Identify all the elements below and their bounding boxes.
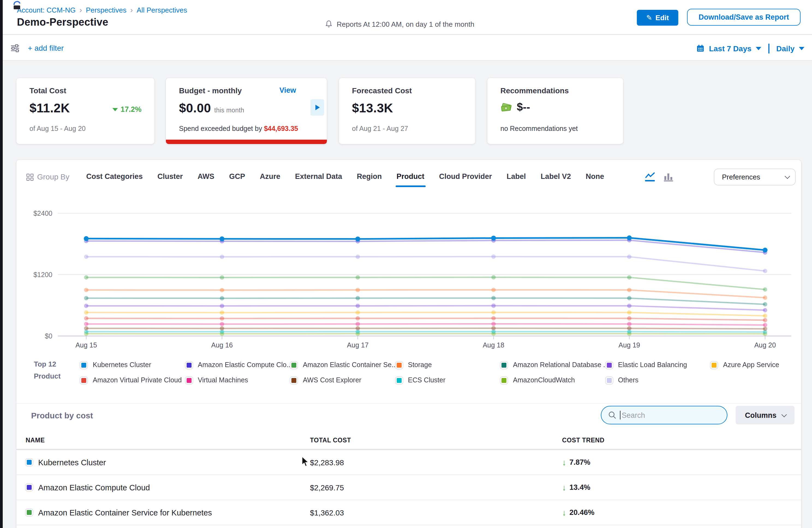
perspective-main-card: Group By Cost CategoriesClusterAWSGCPAzu… xyxy=(16,160,801,528)
granularity-picker[interactable]: Daily xyxy=(776,44,795,53)
row-cost-trend: ↓13.4% xyxy=(562,483,801,492)
x-axis-tick-label: Aug 20 xyxy=(754,341,776,349)
legend-item-kubernetes-cluster[interactable]: Kubernetes Cluster xyxy=(80,361,185,369)
row-cost-trend: ↓7.87% xyxy=(562,458,801,467)
chart-point xyxy=(356,316,360,321)
legend-swatch xyxy=(80,361,87,368)
legend-item-amazon-relational-database[interactable]: Amazon Relational Database ... xyxy=(501,361,606,369)
tab-cost-categories[interactable]: Cost Categories xyxy=(86,172,143,180)
tab-product[interactable]: Product xyxy=(396,172,424,180)
legend-item-amazoncloudwatch[interactable]: AmazonCloudWatch xyxy=(501,376,606,384)
legend-item-amazon-elastic-compute-clo[interactable]: Amazon Elastic Compute Clo... xyxy=(185,361,290,369)
chart-point xyxy=(84,304,88,308)
column-header-total-cost[interactable]: TOTAL COST xyxy=(310,437,562,443)
chart-type-toggle xyxy=(644,172,674,182)
row-cost-trend: ↓20.46% xyxy=(562,508,801,517)
product-cost-table: NAME TOTAL COST COST TREND Kubernetes Cl… xyxy=(16,431,801,525)
legend-item-amazon-elastic-container-se[interactable]: Amazon Elastic Container Se... xyxy=(290,361,395,369)
legend-item-others[interactable]: Others xyxy=(606,376,710,384)
chart-point xyxy=(356,296,360,300)
date-range-picker[interactable]: Last 7 Days xyxy=(709,44,751,53)
preferences-dropdown[interactable]: Preferences xyxy=(714,168,796,186)
divider xyxy=(16,403,801,404)
chevron-down-icon[interactable] xyxy=(799,47,804,50)
breadcrumb-all-perspectives[interactable]: All Perspectives xyxy=(137,6,187,14)
edit-button[interactable]: ✎ Edit xyxy=(637,10,678,26)
tab-gcp[interactable]: GCP xyxy=(229,172,245,180)
legend-swatch xyxy=(80,377,87,384)
chart-point xyxy=(84,322,88,326)
row-swatch xyxy=(26,484,33,491)
legend-item-storage[interactable]: Storage xyxy=(395,361,501,369)
money-icon xyxy=(501,102,512,112)
total-cost-card: Total Cost $11.2K 17.2% of Aug 15 - Aug … xyxy=(16,78,155,144)
budget-title: Budget - monthly xyxy=(179,86,242,95)
legend-item-virtual-machines[interactable]: Virtual Machines xyxy=(185,376,290,384)
total-cost-period: of Aug 15 - Aug 20 xyxy=(29,125,86,133)
exceeded-label: Spend exceeded budget by xyxy=(179,125,262,133)
legend-item-aws-cost-explorer[interactable]: AWS Cost Explorer xyxy=(290,376,395,384)
legend-swatch xyxy=(185,361,192,368)
legend-title: Top 12 Product xyxy=(34,358,61,382)
bar-chart-icon[interactable] xyxy=(663,172,674,182)
columns-button-label: Columns xyxy=(745,411,777,419)
chart-point xyxy=(627,254,632,259)
legend-item-ecs-cluster[interactable]: ECS Cluster xyxy=(395,376,501,384)
breadcrumb-separator-icon: › xyxy=(130,5,133,14)
budget-expand-button[interactable] xyxy=(310,99,324,116)
collapsed-sidenav[interactable] xyxy=(0,0,3,528)
add-filter-button[interactable]: + add filter xyxy=(28,44,64,53)
table-row-amazon-elastic-container-service-for-kubernetes[interactable]: Amazon Elastic Container Service for Kub… xyxy=(16,500,801,525)
legend-item-amazon-virtual-private-cloud[interactable]: Amazon Virtual Private Cloud xyxy=(80,376,185,384)
filter-sliders-icon[interactable] xyxy=(10,44,20,55)
budget-view-link[interactable]: View xyxy=(279,86,296,94)
tab-cloud-provider[interactable]: Cloud Provider xyxy=(439,172,492,180)
chart-point xyxy=(763,327,767,331)
recommendations-amount: $-- xyxy=(517,101,530,114)
table-search[interactable] xyxy=(601,406,727,424)
column-header-cost-trend[interactable]: COST TREND xyxy=(562,437,801,443)
content-area: Total Cost $11.2K 17.2% of Aug 15 - Aug … xyxy=(3,62,812,528)
chart-point xyxy=(763,295,767,300)
chevron-down-icon[interactable] xyxy=(756,47,761,50)
table-row-kubernetes-cluster[interactable]: Kubernetes Cluster$2,283.98↓7.87% xyxy=(16,450,801,475)
search-input[interactable] xyxy=(622,411,714,419)
table-row-amazon-elastic-compute-cloud[interactable]: Amazon Elastic Compute Cloud$2,269.75↓13… xyxy=(16,475,801,500)
y-axis-tick-label: $2400 xyxy=(33,209,53,217)
chart-point xyxy=(763,269,767,273)
trend-down-icon: ↓ xyxy=(562,508,566,517)
chart-point xyxy=(355,236,360,241)
recommendations-note: no Recommendations yet xyxy=(501,125,578,133)
tab-region[interactable]: Region xyxy=(357,172,382,180)
column-header-name[interactable]: NAME xyxy=(26,437,310,443)
chart-point xyxy=(491,310,496,314)
columns-button[interactable]: Columns xyxy=(736,406,795,424)
chart-series-amazon-relational-database-service xyxy=(86,298,765,304)
legend-item-elastic-load-balancing[interactable]: Elastic Load Balancing xyxy=(606,361,710,369)
x-axis-tick-label: Aug 18 xyxy=(483,341,504,349)
reports-schedule-note: Reports At 12:00 AM, on day 1 of the mon… xyxy=(325,20,474,28)
time-controls: Last 7 Days Daily xyxy=(696,35,804,61)
chart-series-storage xyxy=(86,290,765,298)
x-axis-tick-label: Aug 17 xyxy=(347,341,368,349)
search-icon xyxy=(608,411,617,420)
tab-label-v2[interactable]: Label V2 xyxy=(540,172,571,180)
cost-table-body: Kubernetes Cluster$2,283.98↓7.87%Amazon … xyxy=(16,450,801,525)
breadcrumb-account[interactable]: Account: CCM-NG xyxy=(17,6,76,14)
y-axis-tick-label: $0 xyxy=(45,332,53,340)
download-save-report-button[interactable]: Download/Save as Report xyxy=(687,9,800,26)
tab-external-data[interactable]: External Data xyxy=(295,172,342,180)
breadcrumb-perspectives[interactable]: Perspectives xyxy=(86,6,127,14)
trend-down-icon xyxy=(112,108,118,111)
tab-cluster[interactable]: Cluster xyxy=(157,172,183,180)
line-chart-icon[interactable] xyxy=(644,172,656,182)
chart-point xyxy=(627,304,632,308)
chart-point xyxy=(84,296,88,300)
tab-label[interactable]: Label xyxy=(507,172,526,180)
tab-none[interactable]: None xyxy=(585,172,604,180)
group-by-row: Group By Cost CategoriesClusterAWSGCPAzu… xyxy=(16,168,801,187)
row-name: Amazon Elastic Container Service for Kub… xyxy=(38,508,212,517)
tab-aws[interactable]: AWS xyxy=(198,172,215,180)
legend-item-azure-app-service[interactable]: Azure App Service xyxy=(710,361,812,369)
tab-azure[interactable]: Azure xyxy=(260,172,280,180)
